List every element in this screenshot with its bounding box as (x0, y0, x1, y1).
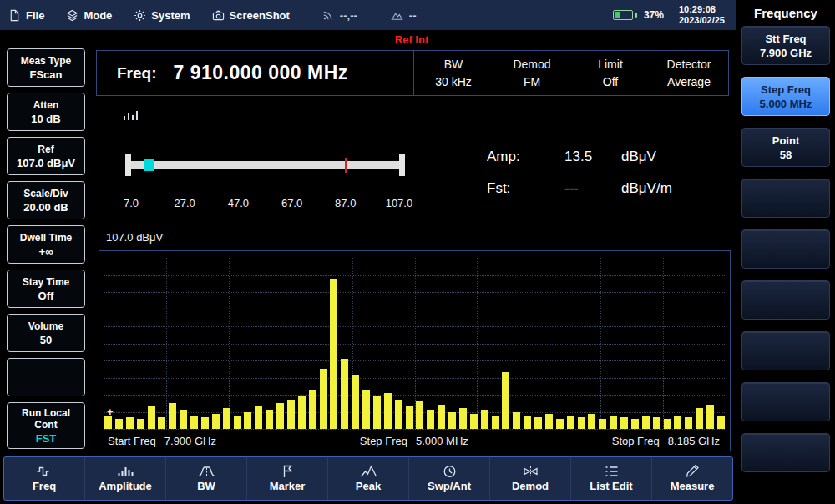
trace-bar (362, 390, 370, 429)
trace-bar (266, 410, 273, 429)
screenshot-icon (212, 9, 225, 22)
trace-bar (234, 416, 241, 429)
demod-icon (522, 465, 539, 478)
meter-scale-label: 7.0 (114, 197, 148, 209)
tool-amplitude[interactable]: Amplitude (85, 457, 166, 500)
status-gps: --,-- (321, 9, 357, 22)
sweep-clock-icon (441, 465, 458, 478)
softkey-blank-r7 (741, 331, 830, 370)
trace-bar (115, 419, 123, 429)
param-label: Limit (598, 58, 623, 71)
tool-measure[interactable]: Measure (652, 457, 732, 500)
system-icon (134, 9, 146, 22)
softkey-label: Ref (38, 144, 53, 155)
meter-cap-right (399, 154, 405, 176)
chart-ref-label: 107.0 dBμV (106, 231, 163, 244)
param-value: Off (603, 75, 618, 88)
meter-scale-label: 107.0 (382, 197, 416, 209)
softkey-value: 10 dB (31, 113, 60, 125)
tool-peak[interactable]: Peak (328, 457, 409, 500)
trace-bar (567, 416, 574, 429)
tool-label: Peak (356, 480, 381, 492)
softkey-stay-time[interactable]: Stay TimeOff (7, 270, 85, 308)
menu-item-label: File (26, 9, 44, 22)
tool-demod[interactable]: Demod (490, 457, 571, 500)
right-panel: Frequency Stt Freq7.900 GHzStep Freq5.00… (736, 0, 835, 504)
tool-freq[interactable]: Freq (4, 457, 85, 500)
footer-label: Stop Freq (612, 435, 660, 447)
softkey-meas-type[interactable]: Meas TypeFScan (7, 48, 85, 87)
battery-icon (613, 10, 633, 20)
softkey-atten[interactable]: Atten10 dB (7, 93, 85, 131)
trace-bar (717, 416, 725, 429)
trace-bar (137, 419, 144, 429)
softkey-value: FScan (29, 68, 62, 81)
softkey-dwell-time[interactable]: Dwell Time+∞ (7, 225, 85, 264)
topbar-menus: FileModeSystemScreenShot (8, 9, 290, 22)
tool-bw[interactable]: BW (166, 457, 247, 500)
status-value: --,-- (340, 9, 357, 22)
softkey-stt-freq[interactable]: Stt Freq7.900 GHz (741, 26, 830, 65)
freq-params: BW30 kHzDemodFMLimitOffDetectorAverage (414, 51, 728, 95)
softkey-step-freq[interactable]: Step Freq5.000 MHz (741, 77, 830, 116)
softkey-ref[interactable]: Ref107.0 dBμV (7, 137, 85, 175)
tool-list-edit[interactable]: List Edit (571, 457, 652, 500)
footer-label: Step Freq (360, 435, 407, 447)
trace-bar (384, 393, 392, 429)
trace-bar (653, 417, 660, 429)
menu-item-file[interactable]: File (8, 9, 44, 22)
bottom-toolbar: FreqAmplitudeBWMarkerPeakSwp/AntDemodLis… (3, 456, 733, 501)
trace-bar (169, 403, 176, 429)
softkey-run-local-cont[interactable]: Run Local ContFST (7, 402, 85, 449)
softkey-blank-l8[interactable] (7, 358, 85, 396)
footer-value: 7.900 GHz (164, 435, 216, 447)
param-detector: DetectorAverage (650, 51, 728, 95)
tool-label: Marker (270, 480, 306, 492)
footer-value: 8.185 GHz (668, 435, 720, 447)
status-altitude: -- (391, 9, 417, 22)
trace-bar (255, 406, 262, 429)
softkey-blank-r5 (741, 229, 830, 269)
trace-bar (685, 417, 692, 429)
softkey-label: Atten (33, 99, 59, 111)
battery-fill (615, 12, 620, 18)
trace-bar (706, 405, 714, 429)
tool-swp-ant[interactable]: Swp/Ant (409, 457, 490, 500)
meter-scale: 7.027.047.067.087.0107.0 (114, 197, 416, 209)
trace-bar (448, 412, 456, 430)
param-demod: DemodFM (493, 51, 571, 95)
trace-bar (126, 417, 134, 429)
tool-marker[interactable]: Marker (247, 457, 328, 500)
trace-bar (373, 396, 381, 429)
mode-icon (66, 9, 78, 22)
softkey-point[interactable]: Point58 (741, 128, 830, 167)
trace-bar (631, 419, 639, 429)
trace-bar (427, 410, 434, 429)
tool-label: Swp/Ant (428, 480, 471, 492)
menu-item-system[interactable]: System (134, 9, 190, 22)
trace-bar (244, 412, 251, 430)
file-icon (8, 9, 21, 22)
menu-item-label: ScreenShot (230, 9, 290, 22)
menu-item-screenshot[interactable]: ScreenShot (212, 9, 290, 22)
list-edit-icon (603, 465, 620, 478)
trace-bar (664, 419, 671, 429)
softkey-scale-div[interactable]: Scale/Div20.00 dB (7, 181, 85, 219)
tool-label: Measure (671, 480, 715, 492)
softkey-value: FST (36, 432, 57, 445)
softkey-label: Stt Freq (765, 33, 806, 45)
trace-bar (416, 401, 423, 429)
trace-bar (459, 408, 467, 429)
freq-waveform-icon (36, 465, 53, 478)
softkey-value: 7.900 GHz (760, 47, 812, 59)
softkey-volume[interactable]: Volume50 (7, 314, 85, 352)
trace-bar (696, 408, 703, 429)
grid-line-h (104, 429, 725, 430)
trace-bar (545, 414, 553, 429)
menu-item-mode[interactable]: Mode (66, 9, 112, 22)
menu-item-label: Mode (84, 9, 112, 22)
readout-label: Fst: (487, 180, 564, 197)
trace-bar (223, 408, 230, 429)
battery-nub (635, 13, 637, 18)
softkey-label: Step Freq (761, 83, 811, 96)
